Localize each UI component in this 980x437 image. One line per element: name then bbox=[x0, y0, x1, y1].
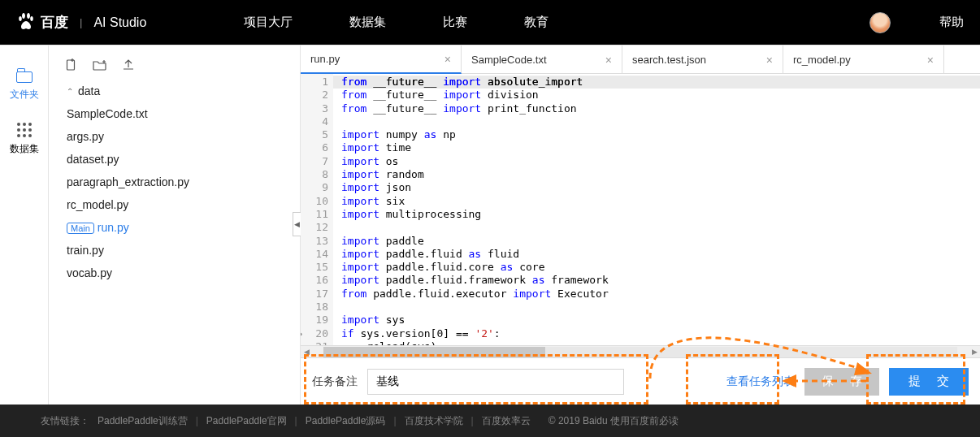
main-badge: Main bbox=[67, 223, 94, 234]
footer-link-0[interactable]: PaddlePaddle训练营 bbox=[98, 414, 188, 428]
task-note-input[interactable] bbox=[367, 369, 624, 395]
scroll-right-icon[interactable]: ▶ bbox=[969, 348, 980, 356]
tab-run[interactable]: run.py× bbox=[301, 45, 462, 74]
close-icon[interactable]: × bbox=[444, 53, 451, 66]
footer: 友情链接： PaddlePaddle训练营| PaddlePaddle官网| P… bbox=[0, 405, 980, 437]
rail-folder[interactable]: 文件夹 bbox=[10, 65, 39, 116]
tab-searchjson[interactable]: search.test.json× bbox=[622, 45, 783, 74]
folder-name: data bbox=[78, 84, 100, 97]
nav-competitions[interactable]: 比赛 bbox=[443, 15, 467, 30]
save-button[interactable]: 保 存 bbox=[804, 368, 879, 396]
logo-subtitle: AI Studio bbox=[93, 15, 146, 30]
baidu-paw-icon bbox=[16, 13, 36, 32]
upload-icon[interactable] bbox=[122, 58, 135, 71]
close-icon[interactable]: × bbox=[605, 54, 612, 67]
line-gutter: 123456789101112131415161718192021222324 bbox=[301, 74, 333, 345]
tab-searchjson-label: search.test.json bbox=[632, 54, 706, 66]
nav-datasets[interactable]: 数据集 bbox=[349, 15, 386, 30]
file-samplecode[interactable]: SampleCode.txt bbox=[49, 102, 300, 125]
submit-button[interactable]: 提 交 bbox=[889, 368, 969, 396]
file-tree: ⌃ data SampleCode.txt args.py dataset.py… bbox=[49, 45, 301, 405]
footer-link-4[interactable]: 百度效率云 bbox=[482, 414, 531, 428]
file-paragraph[interactable]: paragraph_extraction.py bbox=[49, 171, 300, 193]
view-tasks-link[interactable]: 查看任务列表 bbox=[726, 374, 795, 389]
footer-copyright: © 2019 Baidu 使用百度前必读 bbox=[549, 414, 679, 428]
tab-run-label: run.py bbox=[310, 53, 340, 65]
scroll-left-icon[interactable]: ◀ bbox=[301, 348, 312, 356]
file-args[interactable]: args.py bbox=[49, 125, 300, 148]
rail-folder-label: 文件夹 bbox=[10, 88, 39, 102]
footer-link-3[interactable]: 百度技术学院 bbox=[405, 414, 463, 428]
footer-link-1[interactable]: PaddlePaddle官网 bbox=[206, 414, 287, 428]
tab-rcmodel[interactable]: rc_model.py× bbox=[783, 45, 944, 74]
file-run-label: run.py bbox=[98, 221, 129, 234]
tree-toolbar bbox=[49, 55, 300, 80]
close-icon[interactable]: × bbox=[766, 54, 773, 67]
nav-projects[interactable]: 项目大厅 bbox=[244, 15, 293, 30]
logo-divider: | bbox=[80, 16, 82, 28]
editor: ◀ run.py× SampleCode.txt× search.test.js… bbox=[301, 45, 980, 405]
logo-text: 百度 bbox=[41, 13, 68, 32]
tab-bar: run.py× SampleCode.txt× search.test.json… bbox=[301, 45, 980, 74]
top-nav: 项目大厅 数据集 比赛 教育 bbox=[244, 15, 549, 30]
new-folder-icon[interactable] bbox=[93, 58, 107, 71]
bottom-bar: 任务备注 查看任务列表 保 存 提 交 bbox=[301, 357, 980, 405]
logo[interactable]: 百度 | AI Studio bbox=[16, 13, 146, 32]
scroll-track[interactable] bbox=[323, 347, 957, 357]
file-rcmodel[interactable]: rc_model.py bbox=[49, 193, 300, 216]
rail-dataset-label: 数据集 bbox=[10, 142, 39, 156]
folder-icon bbox=[16, 71, 33, 83]
file-dataset[interactable]: dataset.py bbox=[49, 148, 300, 171]
avatar[interactable] bbox=[869, 12, 891, 33]
svg-rect-0 bbox=[67, 60, 75, 70]
file-run[interactable]: Mainrun.py bbox=[49, 216, 300, 239]
chevron-down-icon: ⌃ bbox=[67, 87, 73, 96]
collapse-handle[interactable]: ◀ bbox=[293, 212, 301, 236]
main-area: 文件夹 数据集 ⌃ data SampleCode.txt args.py da… bbox=[0, 45, 980, 405]
code-body[interactable]: from __future__ import absolute_import f… bbox=[333, 74, 980, 345]
tab-samplecode[interactable]: SampleCode.txt× bbox=[462, 45, 622, 74]
new-file-icon[interactable] bbox=[65, 58, 78, 71]
footer-label: 友情链接： bbox=[41, 414, 89, 428]
left-rail: 文件夹 数据集 bbox=[0, 45, 49, 405]
grid-icon bbox=[17, 123, 32, 137]
h-scrollbar[interactable]: ◀ ▶ bbox=[301, 345, 980, 357]
close-icon[interactable]: × bbox=[927, 54, 934, 67]
help-link[interactable]: 帮助 bbox=[939, 15, 964, 30]
task-note-label: 任务备注 bbox=[312, 374, 358, 389]
code-area[interactable]: 123456789101112131415161718192021222324 … bbox=[301, 74, 980, 345]
top-header: 百度 | AI Studio 项目大厅 数据集 比赛 教育 帮助 bbox=[0, 0, 980, 45]
rail-dataset[interactable]: 数据集 bbox=[10, 116, 39, 171]
tab-rcmodel-label: rc_model.py bbox=[793, 54, 851, 66]
file-train[interactable]: train.py bbox=[49, 239, 300, 262]
scroll-thumb[interactable] bbox=[323, 347, 545, 357]
footer-link-2[interactable]: PaddlePaddle源码 bbox=[306, 414, 386, 428]
folder-data[interactable]: ⌃ data bbox=[49, 80, 300, 102]
nav-education[interactable]: 教育 bbox=[524, 15, 549, 30]
file-vocab[interactable]: vocab.py bbox=[49, 262, 300, 284]
tab-samplecode-label: SampleCode.txt bbox=[471, 54, 547, 66]
